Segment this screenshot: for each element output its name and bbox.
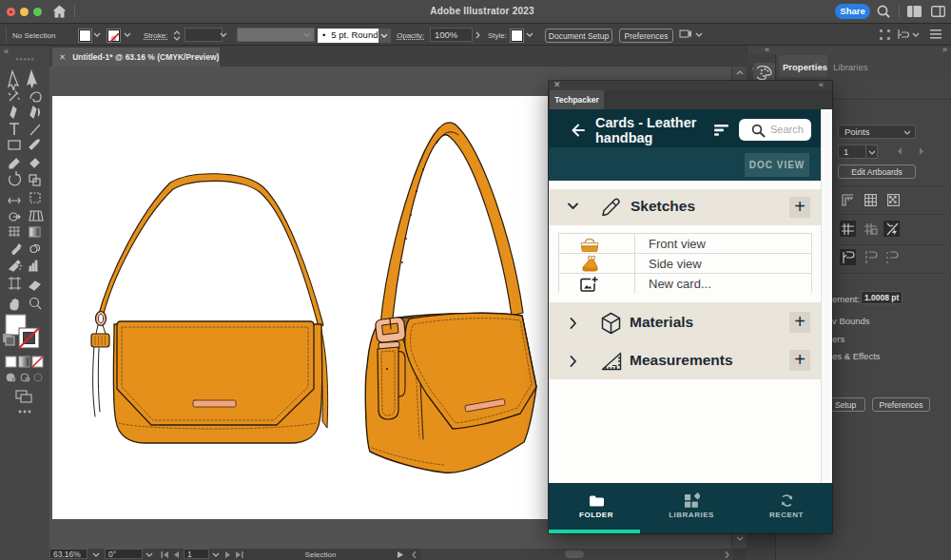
svg-text:«: « (4, 47, 9, 56)
